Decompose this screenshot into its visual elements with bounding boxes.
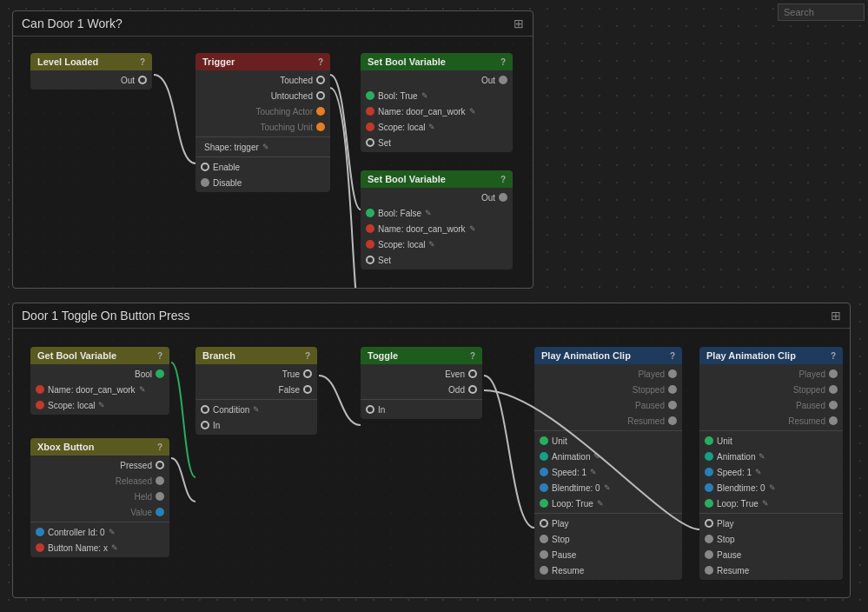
pin-sb1-scope-edit[interactable]: ✎ — [428, 123, 435, 131]
pin-touched-circle[interactable] — [316, 76, 325, 84]
pin-xbox-btnname-edit[interactable]: ✎ — [111, 543, 118, 552]
pin-pa2-resume-circle[interactable] — [705, 566, 713, 575]
node-xbox-help[interactable]: ? — [157, 442, 162, 452]
pin-sb1-bool-edit[interactable]: ✎ — [421, 91, 428, 100]
pin-pa2-stop-circle[interactable] — [705, 535, 713, 543]
pin-pa1-resume-circle[interactable] — [540, 566, 548, 575]
pin-xbox-value-circle[interactable] — [156, 508, 164, 516]
pin-disable-circle[interactable] — [201, 178, 209, 187]
pin-pa2-blend-edit[interactable]: ✎ — [769, 483, 776, 492]
pin-sb1-name-circle[interactable] — [366, 107, 374, 116]
pin-pa1-pause-row: Pause — [534, 547, 682, 562]
pin-pa1-unit-circle[interactable] — [540, 436, 548, 445]
pin-branch-false-circle[interactable] — [303, 385, 312, 394]
node-level-loaded-help[interactable]: ? — [140, 57, 145, 67]
pin-pa2-pause-circle[interactable] — [705, 550, 713, 559]
pin-gb-scope-edit[interactable]: ✎ — [98, 401, 105, 409]
node-set-bool-2-help[interactable]: ? — [500, 175, 506, 184]
pin-pa2-play-circle[interactable] — [705, 519, 713, 528]
pin-gb-scope-circle[interactable] — [36, 401, 44, 409]
pin-toggle-even-circle[interactable] — [468, 369, 477, 378]
pin-sb1-set-label: Set — [378, 138, 391, 148]
pin-branch-true-circle[interactable] — [303, 369, 312, 378]
pin-pa1-anim-circle[interactable] — [540, 452, 548, 461]
pin-pa2-anim-circle[interactable] — [705, 452, 713, 461]
pin-touching-actor-circle[interactable] — [316, 107, 325, 116]
pin-sb2-name-edit[interactable]: ✎ — [469, 224, 476, 233]
pin-toggle-odd-circle[interactable] — [468, 385, 477, 394]
pin-shape-edit[interactable]: ✎ — [262, 143, 269, 151]
pin-pa2-loop-circle[interactable] — [705, 499, 713, 508]
node-play-anim-2-help[interactable]: ? — [831, 351, 836, 361]
pin-pa2-resumed-circle[interactable] — [829, 416, 838, 425]
pin-pa1-pause-circle[interactable] — [540, 550, 548, 559]
pin-sb1-name-edit[interactable]: ✎ — [469, 107, 476, 116]
pin-sb2-name-circle[interactable] — [366, 224, 374, 233]
pin-sb1-scope-circle[interactable] — [366, 123, 374, 131]
pin-toggle-in-circle[interactable] — [366, 405, 374, 414]
pin-xbox-btnname-circle[interactable] — [36, 543, 44, 552]
pin-pa1-blend-circle[interactable] — [540, 483, 548, 492]
pin-sb2-set-circle[interactable] — [366, 256, 374, 264]
pin-pa2-speed-label: Speed: 1 — [717, 468, 752, 477]
pin-untouched-circle[interactable] — [316, 91, 325, 100]
pin-pa1-stop-circle[interactable] — [540, 535, 548, 543]
pin-xbox-released-circle[interactable] — [156, 476, 164, 485]
pin-touching-unit-circle[interactable] — [316, 123, 325, 131]
pin-pa2-paused-circle[interactable] — [829, 401, 838, 409]
pin-pa1-paused-circle[interactable] — [668, 401, 677, 409]
pin-branch-condition-circle[interactable] — [201, 405, 209, 414]
pin-sb2-bool-label: Bool: False — [378, 209, 421, 218]
pin-sb2-scope-edit[interactable]: ✎ — [428, 240, 435, 249]
pin-pa1-speed-circle[interactable] — [540, 468, 548, 476]
pin-pa2-speed-circle[interactable] — [705, 468, 713, 476]
pin-pa2-loop-edit[interactable]: ✎ — [762, 499, 769, 508]
node-toggle-help[interactable]: ? — [470, 351, 475, 361]
pin-pa1-anim-edit[interactable]: ✎ — [593, 452, 600, 461]
pin-xbox-held-circle[interactable] — [156, 492, 164, 501]
pin-pa1-speed-edit[interactable]: ✎ — [590, 468, 597, 476]
pin-enable-circle[interactable] — [201, 163, 209, 171]
pin-pa2-stopped-circle[interactable] — [829, 385, 838, 394]
pin-pa2-stopped-label: Stopped — [793, 385, 825, 395]
search-input[interactable] — [778, 3, 865, 21]
pin-gb-name-circle[interactable] — [36, 385, 44, 394]
node-play-anim-1-help[interactable]: ? — [670, 351, 675, 361]
pin-xbox-ctrlid-circle[interactable] — [36, 528, 44, 536]
pin-branch-condition-edit[interactable]: ✎ — [253, 405, 260, 414]
pin-pa1-loop-circle[interactable] — [540, 499, 548, 508]
pin-pa1-anim-row: Animation ✎ — [534, 449, 682, 464]
pin-sb1-bool-circle[interactable] — [366, 91, 374, 100]
pin-xbox-value-label: Value — [130, 508, 152, 517]
node-set-bool-1-help[interactable]: ? — [500, 57, 506, 67]
pin-sb2-out-circle[interactable] — [499, 193, 507, 202]
pin-pa2-speed-edit[interactable]: ✎ — [755, 468, 762, 476]
pin-sb2-bool-edit[interactable]: ✎ — [425, 209, 432, 217]
pin-sb1-out-circle[interactable] — [499, 76, 507, 84]
pin-sb1-bool-row: Bool: True ✎ — [361, 88, 513, 103]
pin-pa1-play-circle[interactable] — [540, 519, 548, 528]
pin-pa1-blend-edit[interactable]: ✎ — [604, 483, 611, 492]
pin-pa1-stopped-circle[interactable] — [668, 385, 677, 394]
node-trigger-help[interactable]: ? — [318, 57, 323, 67]
pin-sb2-bool-circle[interactable] — [366, 209, 374, 217]
node-branch-help[interactable]: ? — [305, 351, 310, 361]
pin-xbox-ctrlid-edit[interactable]: ✎ — [109, 528, 116, 536]
pin-pa2-anim-edit[interactable]: ✎ — [759, 452, 765, 461]
pin-gb-name-edit[interactable]: ✎ — [139, 385, 146, 394]
pin-pa2-played-circle[interactable] — [829, 369, 838, 378]
pin-pa1-resumed-circle[interactable] — [668, 416, 677, 425]
pin-branch-in-circle[interactable] — [201, 421, 209, 429]
pin-pa2-unit-circle[interactable] — [705, 436, 713, 445]
pin-pa1-loop-edit[interactable]: ✎ — [597, 499, 604, 508]
pin-gb-bool-circle[interactable] — [156, 369, 164, 378]
node-get-bool-help[interactable]: ? — [157, 351, 162, 361]
pin-xbox-pressed-circle[interactable] — [156, 461, 164, 469]
pin-pa2-blend-label: Blendtime: 0 — [717, 483, 765, 493]
pin-pa2-blend-circle[interactable] — [705, 483, 713, 492]
pin-out-circle[interactable] — [138, 76, 147, 84]
pin-pa1-played-circle[interactable] — [668, 369, 677, 378]
node-xbox-header: Xbox Button ? — [30, 438, 169, 456]
pin-sb1-set-circle[interactable] — [366, 138, 374, 147]
pin-sb2-scope-circle[interactable] — [366, 240, 374, 249]
